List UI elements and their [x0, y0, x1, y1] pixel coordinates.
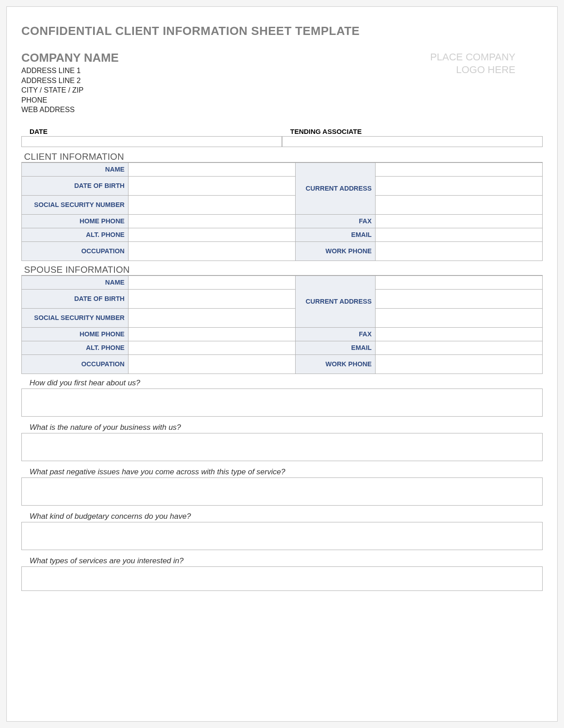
company-web: WEB ADDRESS [21, 105, 119, 115]
questions-block: How did you first hear about us? What is… [21, 379, 543, 591]
header-row: COMPANY NAME ADDRESS LINE 1 ADDRESS LINE… [21, 51, 543, 115]
label-client-occupation: OCCUPATION [22, 241, 129, 261]
label-spouse-ssn: SOCIAL SECURITY NUMBER [22, 308, 129, 327]
label-client-alt-phone: ALT. PHONE [22, 228, 129, 241]
label-spouse-current-address: CURRENT ADDRESS [295, 275, 375, 327]
question-1-input[interactable] [21, 389, 543, 417]
tending-associate-input[interactable] [282, 136, 543, 147]
question-2-label: What is the nature of your business with… [21, 423, 543, 433]
client-info-table: NAME CURRENT ADDRESS DATE OF BIRTH SOCIA… [21, 162, 543, 261]
label-client-ssn: SOCIAL SECURITY NUMBER [22, 195, 129, 214]
date-associate-row: DATE TENDING ASSOCIATE [21, 128, 543, 147]
input-client-work-phone[interactable] [376, 241, 543, 261]
input-spouse-alt-phone[interactable] [129, 341, 296, 354]
logo-placeholder: PLACE COMPANY LOGO HERE [430, 51, 543, 76]
date-input[interactable] [21, 136, 282, 147]
question-4-input[interactable] [21, 522, 543, 550]
question-4-label: What kind of budgetary concerns do you h… [21, 512, 543, 522]
input-spouse-home-phone[interactable] [129, 327, 296, 341]
question-5-label: What types of services are you intereste… [21, 556, 543, 566]
label-spouse-dob: DATE OF BIRTH [22, 289, 129, 308]
input-client-email[interactable] [376, 228, 543, 241]
logo-placeholder-line2: LOGO HERE [430, 64, 515, 76]
input-spouse-dob[interactable] [129, 289, 296, 308]
input-spouse-name[interactable] [129, 275, 296, 289]
label-spouse-fax: FAX [295, 327, 375, 341]
label-spouse-home-phone: HOME PHONE [22, 327, 129, 341]
input-client-dob[interactable] [129, 176, 296, 195]
question-3-input[interactable] [21, 477, 543, 506]
input-client-name[interactable] [129, 162, 296, 176]
label-client-fax: FAX [295, 214, 375, 228]
logo-placeholder-line1: PLACE COMPANY [430, 51, 515, 64]
question-1-label: How did you first hear about us? [21, 379, 543, 389]
label-spouse-email: EMAIL [295, 341, 375, 354]
input-client-occupation[interactable] [129, 241, 296, 261]
company-phone: PHONE [21, 95, 119, 105]
document-page: CONFIDENTIAL CLIENT INFORMATION SHEET TE… [6, 6, 558, 722]
input-client-address-3[interactable] [376, 195, 543, 214]
input-client-address-2[interactable] [376, 176, 543, 195]
label-client-dob: DATE OF BIRTH [22, 176, 129, 195]
tending-associate-label: TENDING ASSOCIATE [282, 128, 543, 136]
input-client-fax[interactable] [376, 214, 543, 228]
input-spouse-email[interactable] [376, 341, 543, 354]
label-client-current-address: CURRENT ADDRESS [295, 162, 375, 214]
input-spouse-fax[interactable] [376, 327, 543, 341]
city-state-zip: CITY / STATE / ZIP [21, 85, 119, 95]
label-client-work-phone: WORK PHONE [295, 241, 375, 261]
address-line-2: ADDRESS LINE 2 [21, 76, 119, 86]
spouse-info-table: NAME CURRENT ADDRESS DATE OF BIRTH SOCIA… [21, 275, 543, 374]
input-spouse-work-phone[interactable] [376, 354, 543, 374]
input-spouse-occupation[interactable] [129, 354, 296, 374]
document-title: CONFIDENTIAL CLIENT INFORMATION SHEET TE… [21, 24, 543, 38]
label-spouse-occupation: OCCUPATION [22, 354, 129, 374]
company-block: COMPANY NAME ADDRESS LINE 1 ADDRESS LINE… [21, 51, 119, 115]
company-name: COMPANY NAME [21, 51, 119, 65]
input-spouse-address-1[interactable] [376, 275, 543, 289]
date-label: DATE [21, 128, 282, 136]
input-client-address-1[interactable] [376, 162, 543, 176]
question-3-label: What past negative issues have you come … [21, 467, 543, 477]
input-client-ssn[interactable] [129, 195, 296, 214]
input-spouse-address-2[interactable] [376, 289, 543, 308]
label-client-name: NAME [22, 162, 129, 176]
input-spouse-ssn[interactable] [129, 308, 296, 327]
label-client-email: EMAIL [295, 228, 375, 241]
input-spouse-address-3[interactable] [376, 308, 543, 327]
input-client-home-phone[interactable] [129, 214, 296, 228]
question-5-input[interactable] [21, 566, 543, 591]
spouse-info-section-title: SPOUSE INFORMATION [21, 265, 543, 275]
question-2-input[interactable] [21, 433, 543, 461]
input-client-alt-phone[interactable] [129, 228, 296, 241]
address-line-1: ADDRESS LINE 1 [21, 66, 119, 76]
label-spouse-name: NAME [22, 275, 129, 289]
label-client-home-phone: HOME PHONE [22, 214, 129, 228]
label-spouse-work-phone: WORK PHONE [295, 354, 375, 374]
label-spouse-alt-phone: ALT. PHONE [22, 341, 129, 354]
client-info-section-title: CLIENT INFORMATION [21, 152, 543, 162]
